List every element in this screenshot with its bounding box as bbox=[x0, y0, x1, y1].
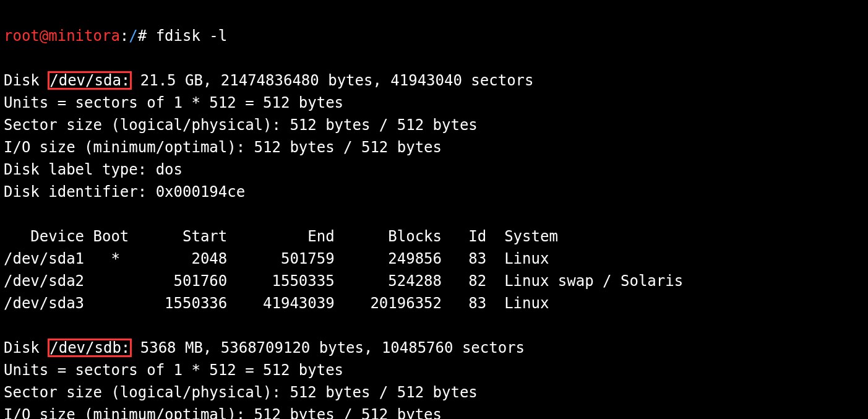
prompt-user: root bbox=[4, 27, 40, 45]
command-text: fdisk -l bbox=[156, 27, 228, 45]
disk-b-sector-size: Sector size (logical/physical): 512 byte… bbox=[4, 384, 478, 401]
table-row: /dev/sda3 1550336 41943039 20196352 83 L… bbox=[4, 295, 549, 312]
disk-a-units: Units = sectors of 1 * 512 = 512 bytes bbox=[4, 94, 343, 111]
disk-a-prefix: Disk bbox=[4, 72, 48, 89]
prompt-host: minitora bbox=[48, 27, 120, 45]
disk-b-io-size: I/O size (minimum/optimal): 512 bytes / … bbox=[4, 406, 442, 419]
disk-b-device-highlight: /dev/sdb: bbox=[48, 339, 131, 356]
disk-b-prefix: Disk bbox=[4, 339, 48, 356]
disk-a-io-size: I/O size (minimum/optimal): 512 bytes / … bbox=[4, 139, 442, 156]
table-row: /dev/sda1 * 2048 501759 249856 83 Linux bbox=[4, 250, 549, 267]
terminal-output[interactable]: root@minitora:/# fdisk -l Disk /dev/sda:… bbox=[0, 0, 868, 419]
partition-table-header: Device Boot Start End Blocks Id System bbox=[4, 228, 558, 245]
prompt-symbol: # bbox=[138, 27, 156, 45]
disk-a-label-type: Disk label type: dos bbox=[4, 161, 183, 178]
disk-b-suffix: 5368 MB, 5368709120 bytes, 10485760 sect… bbox=[131, 339, 525, 356]
prompt-at: @ bbox=[40, 27, 48, 45]
prompt-sep: : bbox=[120, 27, 129, 45]
disk-b-units: Units = sectors of 1 * 512 = 512 bytes bbox=[4, 361, 343, 379]
disk-a-suffix: 21.5 GB, 21474836480 bytes, 41943040 sec… bbox=[131, 72, 533, 89]
disk-a-identifier: Disk identifier: 0x000194ce bbox=[4, 183, 245, 201]
disk-a-sector-size: Sector size (logical/physical): 512 byte… bbox=[4, 116, 478, 134]
table-row: /dev/sda2 501760 1550335 524288 82 Linux… bbox=[4, 272, 683, 290]
disk-a-device-highlight: /dev/sda: bbox=[48, 72, 131, 89]
prompt-path: / bbox=[129, 27, 137, 45]
